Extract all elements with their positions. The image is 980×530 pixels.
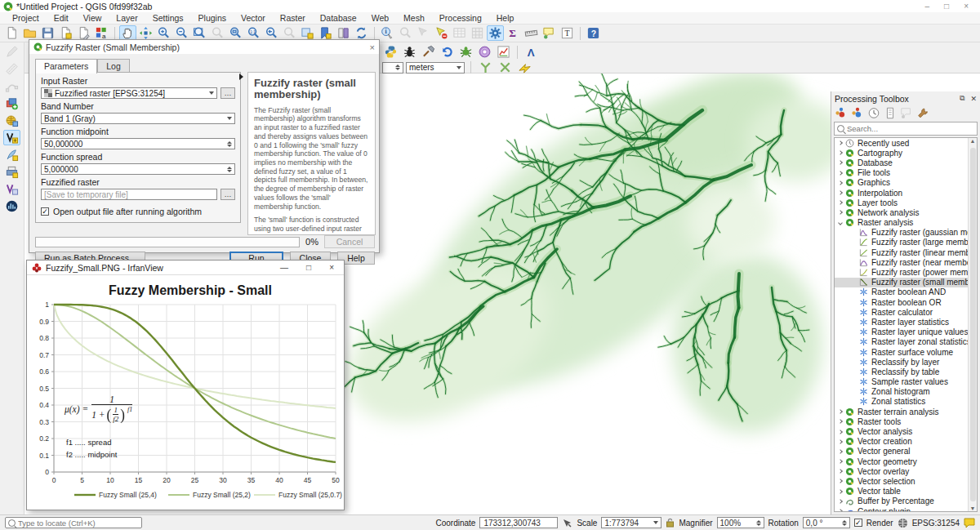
viewer-minimize-button[interactable]: — [280,263,288,272]
messages-icon[interactable] [964,518,975,528]
lock-icon[interactable] [666,518,675,528]
python-scripts-icon[interactable] [850,106,865,120]
tree-group-buffer-by-percentage[interactable]: Buffer by Percentage [835,497,968,506]
deselect-features-icon[interactable] [433,25,450,41]
tree-group-vector-table[interactable]: Vector table [835,487,968,497]
open-output-checkbox[interactable]: ✓ [41,207,49,216]
text-annotation-icon[interactable]: T [559,25,576,41]
viewer-maximize-button[interactable]: □ [306,263,311,272]
help-contents-icon[interactable]: ? [585,25,602,41]
new-geopackage-layer-icon[interactable] [3,147,20,163]
extents-icon[interactable] [562,518,572,528]
models-icon[interactable] [834,106,849,120]
tree-group-contour-plugin[interactable]: Contour plugin [835,506,968,512]
profile-tool-icon[interactable]: Λ [523,44,540,60]
magnifier-spinner[interactable]: 100% [717,517,764,528]
midpoint-spinner[interactable]: 50,000000 [41,138,235,149]
chevron-right-icon[interactable] [838,171,843,176]
tree-scrollbar[interactable]: ▲▼ [968,138,977,511]
tree-alg-fuzzify-raster-gaussian-membership-[interactable]: Fuzzify raster (gaussian membership) [835,228,968,238]
help-collapse-arrow-icon[interactable] [239,73,243,80]
tab-parameters[interactable]: Parameters [35,59,97,73]
chevron-right-icon[interactable] [838,190,843,195]
units-combo[interactable]: meters [406,62,465,73]
chevron-right-icon[interactable] [838,430,843,434]
tree-group-recently-used[interactable]: Recently used [835,138,968,148]
menu-processing[interactable]: Processing [432,13,489,23]
menu-layer[interactable]: Layer [109,13,145,23]
debug-plugin-icon[interactable] [401,44,418,60]
tree-alg-raster-layer-statistics[interactable]: Raster layer statistics [835,317,968,327]
tree-group-file-tools[interactable]: File tools [835,168,968,178]
tree-alg-zonal-statistics[interactable]: Zonal statistics [835,397,968,407]
plugin-disc-icon[interactable] [476,44,493,60]
chevron-right-icon[interactable] [838,479,843,484]
tree-group-vector-selection[interactable]: Vector selection [835,476,968,486]
tree-group-database[interactable]: Database [835,158,968,167]
rotation-spinner[interactable]: 0,0 ° [803,517,850,528]
plugin-builder-icon[interactable] [457,44,474,60]
tree-group-raster-tools[interactable]: Raster tools [835,416,968,426]
tree-group-cartography[interactable]: Cartography [835,148,968,158]
toolbox-search-input[interactable] [847,124,974,133]
measure-line-icon[interactable] [523,25,540,41]
tree-alg-raster-boolean-or[interactable]: Raster boolean OR [835,297,968,307]
tree-alg-fuzzify-raster-power-membership-[interactable]: Fuzzify raster (power membership) [835,267,968,277]
spread-spinner[interactable]: 5,000000 [41,163,235,175]
menu-raster[interactable]: Raster [273,13,313,23]
menu-settings[interactable]: Settings [145,13,191,23]
tree-group-vector-analysis[interactable]: Vector analysis [835,426,968,436]
chevron-right-icon[interactable] [838,449,843,454]
chevron-right-icon[interactable] [838,509,843,512]
chevron-right-icon[interactable] [838,439,843,444]
menu-edit[interactable]: Edit [47,13,76,23]
tree-alg-reclassify-by-layer[interactable]: Reclassify by layer [835,357,968,367]
menu-view[interactable]: View [76,13,109,23]
chevron-right-icon[interactable] [838,489,843,494]
close-panel-icon[interactable]: ✕ [970,95,977,103]
tree-alg-raster-layer-unique-values-report[interactable]: Raster layer unique values report [835,327,968,337]
tree-alg-reclassify-by-table[interactable]: Reclassify by table [835,367,968,376]
chevron-right-icon[interactable] [838,499,843,504]
tree-group-raster-analysis[interactable]: Raster analysis [835,218,968,228]
tree-alg-fuzzify-raster-linear-membership-[interactable]: Fuzzify raster (linear membership) [835,247,968,257]
tree-alg-raster-surface-volume[interactable]: Raster surface volume [835,347,968,357]
new-virtual-layer-icon[interactable] [3,181,20,197]
results-viewer-icon[interactable] [883,106,898,120]
input-raster-combo[interactable]: Fuzzified raster [EPSG:31254] [41,87,217,99]
tree-alg-raster-calculator[interactable]: Raster calculator [835,307,968,317]
menu-vector[interactable]: Vector [234,13,273,23]
chevron-right-icon[interactable] [838,161,843,166]
new-project-icon[interactable] [3,25,20,41]
chevron-right-icon[interactable] [838,459,843,464]
tree-group-network-analysis[interactable]: Network analysis [835,207,968,217]
chevron-right-icon[interactable] [838,409,843,414]
band-combo[interactable]: Band 1 (Gray) [41,113,235,124]
dialog-close-icon[interactable]: × [370,42,375,52]
tree-group-raster-terrain-analysis[interactable]: Raster terrain analysis [835,407,968,416]
tree-group-graphics[interactable]: Graphics [835,178,968,188]
undo-icon[interactable] [439,44,456,60]
tree-group-layer-tools[interactable]: Layer tools [835,198,968,207]
tree-alg-fuzzify-raster-small-membership-[interactable]: Fuzzify raster (small membership) [835,278,968,287]
tree-alg-raster-layer-zonal-statistics[interactable]: Raster layer zonal statistics [835,337,968,347]
identify-features-icon[interactable]: i [379,25,396,41]
menu-project[interactable]: Project [5,13,47,23]
locate-box[interactable] [5,517,142,528]
tree-alg-raster-boolean-and[interactable]: Raster boolean AND [835,287,968,297]
cancel-button[interactable]: Cancel [324,235,375,248]
crs-label[interactable]: EPSG:31254 [912,519,960,528]
tree-alg-fuzzify-raster-near-membership-[interactable]: Fuzzify raster (near membership) [835,257,968,267]
menu-mesh[interactable]: Mesh [396,13,432,23]
snap-tolerance-spinner[interactable] [382,62,403,73]
tree-group-vector-general[interactable]: Vector general [835,447,968,457]
python-console-icon[interactable] [382,44,399,60]
minimize-button[interactable]: – [925,2,930,11]
render-checkbox[interactable]: ✓ [854,519,862,527]
plugin-chart-icon[interactable] [495,44,512,60]
toolbox-search[interactable] [834,122,978,136]
tree-group-vector-geometry[interactable]: Vector geometry [835,457,968,466]
close-button[interactable]: × [964,2,969,11]
new-print-layout-icon[interactable] [3,164,20,180]
new-shapefile-layer-icon[interactable] [3,130,20,145]
